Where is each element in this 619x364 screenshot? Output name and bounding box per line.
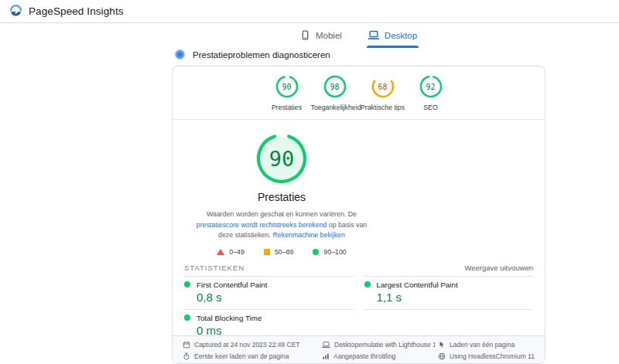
emulation-text: Desktopemulatie with Lighthouse 11.0.0	[334, 341, 435, 349]
lighthouse-icon	[175, 49, 185, 60]
app-title[interactable]: PageSpeed Insights	[29, 5, 124, 17]
score-value: 90	[275, 75, 299, 98]
pagespeed-insights-app: PageSpeed Insights Mobiel Desktop	[0, 0, 619, 364]
globe-icon	[438, 352, 446, 360]
gauge-praktische-tips[interactable]: 68 Praktische tips	[359, 75, 407, 111]
expand-view-button[interactable]: Weergave uitvouwen	[464, 264, 533, 272]
captured-at: Captured at 24 nov 2023 22:48 CET	[183, 341, 319, 349]
metric-name: Total Blocking Time	[197, 314, 262, 322]
legend-range: 50–89	[275, 248, 293, 256]
metric-name: Largest Contentful Paint	[377, 281, 458, 289]
throttling-text: Aangepaste throttling	[333, 352, 395, 360]
browser-info[interactable]: Using HeadlessChromium 119.0.6045.123 wi…	[438, 352, 535, 360]
captured-at-text: Captured at 24 nov 2023 22:48 CET	[194, 341, 300, 349]
category-label: Praktische tips	[359, 104, 407, 111]
performance-score-gauge: 90	[256, 133, 307, 184]
pagespeed-logo-icon	[9, 2, 23, 20]
laptop-icon	[322, 341, 330, 349]
category-summary: 90 Prestaties 98 Toegankelijkheid	[173, 66, 545, 120]
metric-name: First Contentful Paint	[197, 281, 267, 289]
score-description: Waarden worden geschat en kunnen variëre…	[190, 209, 374, 241]
category-label: SEO	[407, 104, 455, 111]
score-legend: 0–49 50–89 90–100	[190, 248, 374, 256]
pass-dot-icon	[184, 281, 190, 287]
score-calculation-link[interactable]: prestatiescore wordt rechtstreeks bereke…	[197, 221, 327, 229]
capture-info-footer: Captured at 24 nov 2023 22:48 CET Deskto…	[173, 335, 545, 363]
diagnose-label: Prestatieproblemen diagnosticeren	[193, 50, 330, 60]
phone-icon	[300, 30, 310, 42]
performance-label: Prestaties	[190, 191, 374, 203]
score-value: 92	[419, 75, 443, 98]
average-square-icon	[264, 249, 270, 255]
report-card: 90 Prestaties 98 Toegankelijkheid	[172, 66, 545, 364]
calendar-icon	[183, 341, 190, 349]
load-type: Eerste keer laden van de pagina	[183, 352, 319, 360]
calculator-link[interactable]: Rekenmachine bekijken	[273, 231, 345, 239]
metric-value: 0,8 s	[197, 291, 354, 304]
browser-text: Using HeadlessChromium 119.0.6045.123 wi…	[450, 352, 535, 360]
laptop-icon	[368, 30, 379, 42]
pass-dot-icon	[184, 315, 190, 321]
legend-range: 90–100	[323, 248, 346, 256]
legend-pass: 90–100	[313, 248, 346, 256]
legend-range: 0–49	[229, 248, 245, 256]
emulation-info[interactable]: Desktopemulatie with Lighthouse 11.0.0	[322, 341, 435, 349]
legend-fail: 0–49	[217, 248, 245, 256]
performance-score-value: 90	[256, 133, 307, 184]
active-tab-indicator	[367, 46, 419, 48]
session-type-text: Laden van één pagina	[450, 341, 515, 349]
fail-triangle-icon	[217, 249, 224, 255]
description-text: Waarden worden geschat en kunnen variëre…	[207, 210, 357, 218]
category-label: Toegankelijkheid	[311, 104, 359, 111]
app-header: PageSpeed Insights	[0, 0, 619, 23]
tab-mobiel[interactable]: Mobiel	[299, 28, 344, 46]
device-tabs: Mobiel Desktop	[172, 28, 545, 46]
pass-circle-icon	[313, 249, 319, 255]
tab-mobiel-label: Mobiel	[316, 31, 342, 40]
metrics-heading: STATISTIEKEN	[184, 264, 245, 272]
stopwatch-icon	[183, 352, 190, 360]
load-type-text: Eerste keer laden van de pagina	[194, 352, 289, 360]
throttling-icon	[322, 352, 330, 360]
score-value: 68	[371, 75, 395, 98]
diagnose-heading: Prestatieproblemen diagnosticeren	[175, 49, 330, 60]
legend-average: 50–89	[264, 248, 293, 256]
metric-fcp: First Contentful Paint 0,8 s	[184, 276, 354, 309]
cursor-icon	[438, 341, 446, 349]
score-value: 98	[323, 75, 347, 98]
throttling-info[interactable]: Aangepaste throttling	[322, 352, 435, 360]
tab-desktop-label: Desktop	[385, 31, 417, 40]
gauge-seo[interactable]: 92 SEO	[407, 75, 455, 111]
performance-section: 90 Prestaties Waarden worden geschat en …	[190, 120, 374, 256]
session-type: Laden van één pagina	[438, 341, 535, 349]
category-label: Prestaties	[263, 104, 311, 111]
pass-dot-icon	[364, 281, 371, 287]
metric-value: 1,1 s	[377, 291, 534, 304]
metric-lcp: Largest Contentful Paint 1,1 s	[364, 276, 534, 309]
gauge-toegankelijkheid[interactable]: 98 Toegankelijkheid	[311, 75, 359, 111]
gauge-prestaties[interactable]: 90 Prestaties	[263, 75, 311, 111]
tab-desktop[interactable]: Desktop	[367, 28, 419, 46]
